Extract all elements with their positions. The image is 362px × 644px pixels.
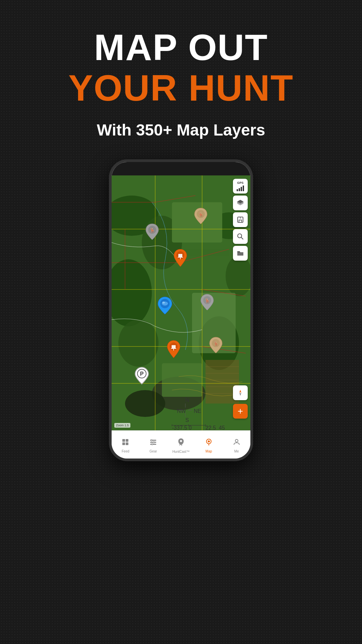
add-button[interactable]: +: [233, 404, 248, 419]
svg-rect-64: [171, 348, 176, 349]
map-pin-gray-deer2[interactable]: 🦌: [200, 293, 214, 312]
gps-bar-1: [237, 189, 238, 191]
svg-point-87: [153, 441, 155, 443]
me-label: Me: [234, 449, 239, 453]
map-pin-orange-stand2[interactable]: [167, 340, 181, 360]
gps-bar-3: [241, 187, 242, 191]
svg-point-9: [125, 390, 165, 417]
svg-point-59: [162, 302, 165, 304]
svg-rect-12: [162, 363, 202, 397]
phone-notch: [161, 165, 201, 173]
svg-text:22.5: 22.5: [205, 425, 216, 430]
compass-icon: [236, 389, 244, 397]
svg-marker-78: [239, 393, 241, 396]
svg-point-92: [208, 440, 210, 442]
svg-text:NE: NE: [194, 408, 201, 414]
svg-text:0: 0: [189, 425, 192, 430]
svg-marker-77: [239, 390, 241, 393]
svg-text:🦌: 🦌: [213, 341, 219, 346]
nav-item-gear[interactable]: Gear: [139, 438, 167, 453]
compass-button[interactable]: [233, 385, 248, 400]
folder-button[interactable]: [233, 246, 248, 261]
svg-rect-63: [172, 345, 176, 348]
map-pin-tan-deer2[interactable]: 🦌: [209, 336, 223, 355]
map-background: N S NW NE -337.5 0 22.5 45: [112, 175, 250, 430]
search-button[interactable]: [233, 229, 248, 244]
home-button[interactable]: [233, 212, 248, 227]
map-pin-tan-deer[interactable]: 🦌: [194, 207, 208, 226]
gear-icon: [149, 438, 157, 448]
map-pin-orange-stand[interactable]: [173, 249, 187, 269]
map-view[interactable]: N S NW NE -337.5 0 22.5 45: [112, 175, 250, 430]
svg-rect-85: [150, 444, 156, 445]
svg-text:45: 45: [219, 425, 225, 430]
search-icon: [237, 233, 244, 240]
gps-button[interactable]: GPS: [233, 179, 248, 194]
map-icon: [205, 438, 213, 448]
map-toolbar: GPS: [233, 179, 248, 261]
svg-rect-79: [122, 439, 125, 442]
svg-text:-337.5: -337.5: [172, 425, 187, 430]
nav-item-feed[interactable]: Feed: [112, 438, 139, 453]
svg-text:P: P: [140, 371, 144, 377]
svg-rect-81: [122, 442, 125, 445]
nav-item-huntcast[interactable]: ° HuntCast™: [167, 438, 195, 453]
nav-item-map[interactable]: Map: [195, 438, 223, 453]
svg-rect-82: [126, 442, 128, 445]
svg-point-88: [152, 443, 153, 445]
feed-label: Feed: [122, 449, 129, 453]
svg-rect-55: [178, 257, 183, 258]
map-pin-parking[interactable]: P: [134, 367, 149, 386]
gps-bar-4: [243, 185, 244, 191]
svg-text:🦌: 🦌: [149, 227, 156, 233]
hero-line1: MAP OUT: [68, 27, 294, 67]
phone-mockup: N S NW NE -337.5 0 22.5 45: [109, 159, 253, 461]
svg-text:🦌: 🦌: [204, 298, 210, 304]
home-indicator: [112, 461, 250, 461]
svg-text:🦌: 🦌: [198, 212, 204, 217]
hero-section: MAP OUT YOUR HUNT With 350+ Map Layers: [68, 27, 294, 139]
svg-point-94: [235, 439, 238, 442]
home-icon: [237, 216, 244, 223]
svg-point-4: [118, 320, 159, 367]
svg-rect-80: [126, 439, 128, 442]
folder-icon: [237, 250, 244, 257]
nav-item-me[interactable]: Me: [223, 438, 250, 453]
map-pin-gray-deer[interactable]: 🦌: [145, 223, 159, 242]
zoom-indicator: Zoom 1.5: [114, 423, 130, 428]
huntcast-icon: °: [177, 438, 185, 448]
map-pin-blue[interactable]: [157, 296, 173, 316]
bottom-navigation: Feed Gear °: [112, 430, 250, 461]
gps-label: GPS: [237, 181, 243, 184]
phone-status-bar: [112, 162, 250, 175]
add-icon: +: [238, 407, 243, 416]
svg-text:NW: NW: [177, 408, 186, 414]
layers-button[interactable]: [233, 196, 248, 210]
gps-bar-2: [239, 188, 240, 191]
me-icon: [233, 438, 241, 448]
hero-subtitle: With 350+ Map Layers: [68, 121, 294, 139]
svg-rect-54: [178, 254, 182, 257]
gear-label: Gear: [149, 449, 157, 453]
map-label: Map: [205, 449, 212, 453]
feed-icon: [121, 438, 129, 448]
gps-signal-bars: [237, 185, 244, 191]
huntcast-label: HuntCast™: [172, 450, 190, 453]
layers-icon: [237, 199, 244, 207]
svg-text:N: N: [185, 397, 189, 403]
svg-line-76: [241, 237, 243, 239]
hero-line2: YOUR HUNT: [68, 67, 294, 108]
svg-text:S: S: [185, 417, 189, 423]
svg-point-86: [151, 439, 152, 441]
